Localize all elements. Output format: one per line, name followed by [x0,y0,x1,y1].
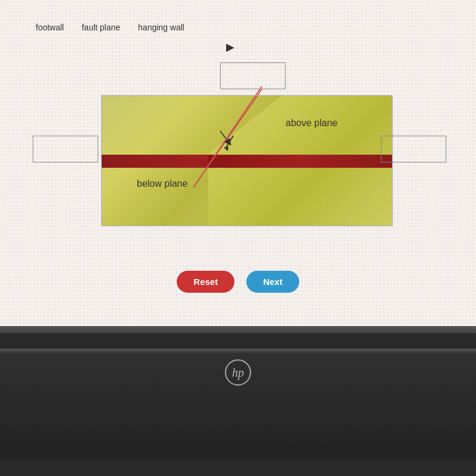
fault-diagram: above plane below plane [101,95,393,226]
screen-bezel-bottom [0,326,476,333]
top-labels: footwall fault plane hanging wall [36,23,184,32]
drop-box-hanging-wall[interactable] [381,136,446,162]
laptop-bottom: hp [0,333,476,476]
laptop-base: hp [0,353,476,461]
label-hanging-wall[interactable]: hanging wall [138,23,184,32]
buttons-area: Reset Next [0,271,476,293]
above-plane-label: above plane [286,118,337,129]
fault-layer-right [208,155,393,168]
hinge-strip [0,349,476,353]
screen-area: footwall fault plane hanging wall ▶ [0,0,476,333]
reset-button[interactable]: Reset [177,271,234,293]
label-footwall[interactable]: footwall [36,23,64,32]
hp-logo: hp [225,359,251,386]
drop-box-fault-plane[interactable] [220,62,286,89]
next-button[interactable]: Next [246,271,299,293]
cursor-pointer: ▶ [226,40,234,54]
label-fault-plane[interactable]: fault plane [82,23,120,32]
drop-box-footwall[interactable] [33,136,98,162]
below-plane-label: below plane [137,178,187,189]
